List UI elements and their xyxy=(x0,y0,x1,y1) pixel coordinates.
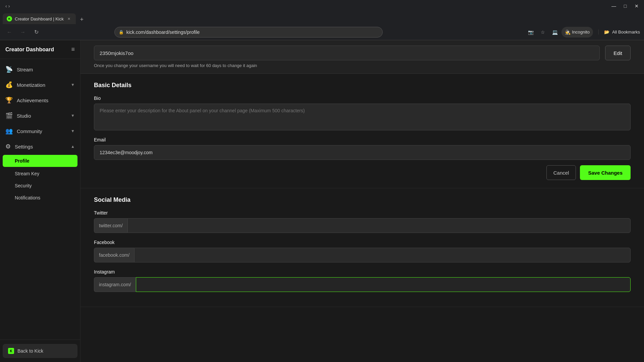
instagram-field-group: Instagram instagram.com/ xyxy=(94,269,631,292)
monetization-icon: 💰 xyxy=(5,81,13,88)
facebook-label: Facebook xyxy=(94,240,631,245)
cancel-button[interactable]: Cancel xyxy=(546,165,576,180)
sidebar-item-security[interactable]: Security xyxy=(0,180,80,192)
sidebar-item-stream-key[interactable]: Stream Key xyxy=(0,168,80,180)
sidebar-item-label: Achievements xyxy=(17,98,48,103)
save-changes-button[interactable]: Save Changes xyxy=(580,165,631,180)
basic-details-section: Basic Details Bio Email Cancel Save Chan… xyxy=(80,74,644,188)
sidebar-item-achievements[interactable]: 🏆 Achievements xyxy=(0,93,80,108)
bookmark-icon[interactable]: ☆ xyxy=(537,27,548,38)
sidebar-menu-icon[interactable]: ≡ xyxy=(71,46,75,53)
bookmark-area: 📂 All Bookmarks xyxy=(598,29,640,35)
instagram-label: Instagram xyxy=(94,269,631,275)
facebook-field-group: Facebook facebook.com/ xyxy=(94,240,631,262)
security-label: Security xyxy=(15,183,32,188)
sidebar-item-studio[interactable]: 🎬 Studio ▼ xyxy=(0,108,80,123)
social-media-section: Social Media Twitter twitter.com/ Facebo… xyxy=(80,188,644,307)
tabs-bar: K Creator Dashboard | Kick ✕ + xyxy=(0,12,644,24)
address-bar-actions: 📷 ☆ 💻 🕵 Incognito xyxy=(525,27,593,38)
achievements-icon: 🏆 xyxy=(5,97,13,104)
incognito-icon: 🕵 xyxy=(565,29,571,35)
window-controls: — □ ✕ xyxy=(609,1,641,11)
tab-title: Creator Dashboard | Kick xyxy=(15,16,64,21)
browser-chrome: ‹ › — □ ✕ K Creator Dashboard | Kick ✕ +… xyxy=(0,0,644,40)
sidebar-title: Creator Dashboard xyxy=(5,47,54,53)
forward-nav-button[interactable]: → xyxy=(17,27,28,38)
username-value: 2350mjokis7oo xyxy=(100,50,133,56)
bio-label: Bio xyxy=(94,96,631,101)
username-display: 2350mjokis7oo xyxy=(94,46,600,60)
back-to-kick-label: Back to Kick xyxy=(17,348,43,354)
facebook-prefix: facebook.com/ xyxy=(94,248,134,262)
close-button[interactable]: ✕ xyxy=(632,1,641,11)
new-tab-button[interactable]: + xyxy=(77,15,87,24)
incognito-button[interactable]: 🕵 Incognito xyxy=(561,27,593,38)
edit-username-button[interactable]: Edit xyxy=(605,46,631,60)
settings-submenu: Profile Stream Key Security Notification… xyxy=(0,155,80,204)
community-icon: 👥 xyxy=(5,127,13,135)
profile-label: Profile xyxy=(15,158,30,164)
stream-key-label: Stream Key xyxy=(15,171,39,176)
sidebar-nav: 📡 Stream 💰 Monetization ▼ 🏆 Achievements… xyxy=(0,59,80,340)
camera-off-icon[interactable]: 📷 xyxy=(525,27,536,38)
sidebar-header: Creator Dashboard ≡ xyxy=(0,40,80,59)
username-section: 2350mjokis7oo Edit Once you change your … xyxy=(80,40,644,74)
title-bar-left: ‹ › xyxy=(3,3,12,9)
twitter-field-row: twitter.com/ xyxy=(94,218,631,233)
sidebar-item-label: Community xyxy=(17,128,42,134)
instagram-input[interactable] xyxy=(136,277,631,292)
chevron-up-icon: ▲ xyxy=(71,144,75,149)
bookmarks-label: All Bookmarks xyxy=(612,29,640,35)
app-container: Creator Dashboard ≡ 📡 Stream 💰 Monetizat… xyxy=(0,40,644,362)
instagram-prefix: instagram.com/ xyxy=(94,277,136,292)
twitter-input[interactable] xyxy=(127,218,631,233)
sidebar-item-profile[interactable]: Profile xyxy=(3,155,77,167)
sidebar-item-notifications[interactable]: Notifications xyxy=(0,192,80,204)
settings-icon: ⚙ xyxy=(5,143,11,150)
chevron-down-icon: ▼ xyxy=(71,82,75,87)
studio-icon: 🎬 xyxy=(5,112,13,119)
device-icon[interactable]: 💻 xyxy=(549,27,560,38)
sidebar-item-community[interactable]: 👥 Community ▼ xyxy=(0,123,80,139)
bio-field: Bio xyxy=(94,96,631,137)
refresh-button[interactable]: ↻ xyxy=(31,27,42,38)
email-label: Email xyxy=(94,137,631,142)
username-input-row: 2350mjokis7oo Edit xyxy=(94,46,631,60)
email-input[interactable] xyxy=(94,145,631,160)
incognito-label: Incognito xyxy=(572,29,590,35)
url-text: kick.com/dashboard/settings/profile xyxy=(126,29,200,35)
sidebar-item-label: Stream xyxy=(17,67,33,72)
back-nav-button[interactable]: ← xyxy=(4,27,15,38)
sidebar-item-label: Monetization xyxy=(17,82,45,88)
stream-icon: 📡 xyxy=(5,66,13,73)
chevron-down-icon: ▼ xyxy=(71,113,75,118)
browser-tab[interactable]: K Creator Dashboard | Kick ✕ xyxy=(3,13,76,24)
bookmarks-icon: 📂 xyxy=(604,29,609,35)
email-field: Email xyxy=(94,137,631,160)
lock-icon: 🔒 xyxy=(119,30,124,35)
bio-input[interactable] xyxy=(94,104,631,130)
facebook-input[interactable] xyxy=(134,248,631,262)
sidebar-item-label: Studio xyxy=(17,113,31,119)
tab-favicon: K xyxy=(7,16,12,21)
twitter-label: Twitter xyxy=(94,210,631,216)
sidebar-item-settings[interactable]: ⚙ Settings ▲ xyxy=(0,139,80,154)
sidebar-item-monetization[interactable]: 💰 Monetization ▼ xyxy=(0,77,80,93)
sidebar-item-stream[interactable]: 📡 Stream xyxy=(0,62,80,77)
facebook-field-row: facebook.com/ xyxy=(94,248,631,262)
twitter-field-group: Twitter twitter.com/ xyxy=(94,210,631,233)
main-content: 2350mjokis7oo Edit Once you change your … xyxy=(80,40,644,362)
tab-close-button[interactable]: ✕ xyxy=(66,16,72,21)
sidebar-item-label: Settings xyxy=(15,144,33,149)
kick-logo-icon: K xyxy=(8,348,14,354)
twitter-prefix: twitter.com/ xyxy=(94,218,127,233)
maximize-button[interactable]: □ xyxy=(621,1,630,11)
username-warning: Once you change your username you will n… xyxy=(94,63,631,68)
address-bar[interactable]: 🔒 kick.com/dashboard/settings/profile xyxy=(114,27,383,38)
minimize-button[interactable]: — xyxy=(609,1,619,11)
instagram-field-row: instagram.com/ xyxy=(94,277,631,292)
back-to-kick-button[interactable]: K Back to Kick xyxy=(3,344,77,358)
notifications-label: Notifications xyxy=(15,195,40,200)
address-bar-row: ← → ↻ 🔒 kick.com/dashboard/settings/prof… xyxy=(0,24,644,40)
form-actions: Cancel Save Changes xyxy=(94,165,631,180)
